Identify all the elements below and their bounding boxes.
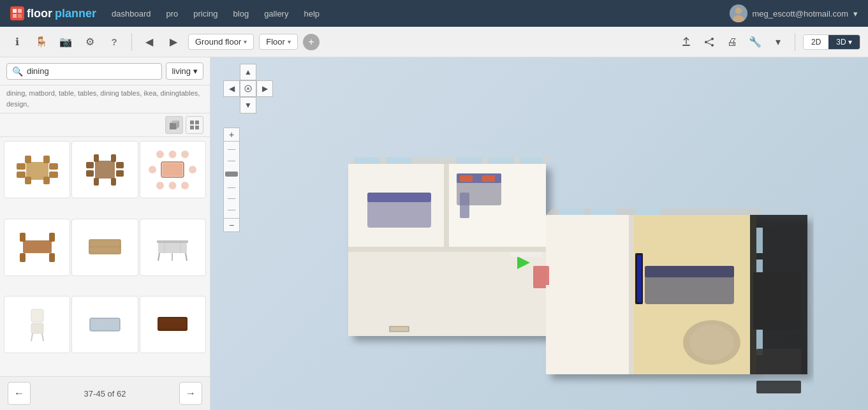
print-button[interactable]: 🖨: [723, 33, 741, 51]
furniture-img-9: [147, 302, 198, 347]
nav-help[interactable]: help: [304, 9, 320, 18]
prev-page-button[interactable]: ←: [8, 382, 31, 405]
view-3d-toggle[interactable]: [165, 116, 183, 134]
pan-left-button[interactable]: ◀: [223, 80, 240, 97]
svg-line-67: [42, 333, 43, 341]
chair-button[interactable]: 🪑: [32, 33, 51, 52]
help-button[interactable]: ?: [105, 33, 124, 52]
nav-back-button[interactable]: ◀: [140, 33, 159, 52]
nav-pro[interactable]: pro: [166, 9, 178, 18]
svg-rect-18: [190, 126, 194, 129]
view-label: Floor: [266, 37, 285, 47]
category-dropdown[interactable]: living ▾: [166, 62, 203, 80]
3d-chevron-icon: ▾: [848, 38, 852, 47]
svg-rect-122: [511, 252, 543, 257]
svg-point-5: [735, 8, 742, 14]
pan-controls: ▲ ◀ ▶ ▼: [223, 64, 273, 113]
svg-point-44: [156, 182, 164, 189]
svg-point-115: [689, 325, 734, 360]
tags-text: dining, matbord, table, tables, dining t…: [6, 89, 200, 108]
user-email: meg_escott@hotmail.com: [753, 9, 848, 18]
svg-rect-80: [348, 247, 546, 252]
view-selector[interactable]: Floor ▾: [259, 34, 298, 50]
svg-rect-96: [591, 209, 616, 215]
sidebar-pagination: ← 37-45 of 62 →: [0, 376, 210, 410]
furniture-item-1[interactable]: [4, 141, 70, 198]
view-3d-button[interactable]: 3D ▾: [828, 35, 860, 49]
svg-line-12: [707, 43, 711, 45]
camera-icon: 📷: [59, 36, 72, 48]
user-menu[interactable]: meg_escott@hotmail.com ▾: [730, 4, 858, 22]
svg-rect-118: [756, 349, 801, 374]
svg-rect-40: [163, 163, 182, 176]
add-floor-button[interactable]: +: [303, 34, 320, 50]
nav-pricing[interactable]: pricing: [193, 9, 217, 18]
pan-up-button[interactable]: ▲: [240, 64, 256, 80]
help-icon: ?: [111, 36, 117, 47]
furniture-item-5[interactable]: [71, 219, 138, 276]
view-2d-button[interactable]: 2D: [804, 35, 828, 49]
svg-rect-19: [195, 126, 199, 129]
furniture-img-8: [79, 302, 130, 347]
svg-point-10: [711, 44, 714, 47]
search-row: 🔍 living ▾: [0, 57, 210, 85]
settings-icon: ⚙: [85, 36, 94, 48]
furniture-img-4: [11, 225, 63, 270]
info-icon: ℹ: [15, 36, 19, 48]
furniture-item-6[interactable]: [140, 219, 206, 276]
pagination-info: 37-45 of 62: [84, 389, 126, 399]
svg-rect-30: [94, 154, 99, 162]
more-options-button[interactable]: ▾: [769, 33, 787, 51]
furniture-item-4[interactable]: [4, 219, 70, 276]
svg-rect-22: [43, 156, 50, 163]
furniture-item-2[interactable]: [71, 141, 138, 198]
floor-selector[interactable]: Ground floor ▾: [188, 34, 254, 50]
pan-down-button[interactable]: ▼: [240, 97, 256, 113]
furniture-item-7[interactable]: [4, 296, 70, 353]
camera-button[interactable]: 📷: [56, 33, 75, 52]
chair-icon: 🪑: [35, 36, 48, 48]
zoom-out-button[interactable]: −: [223, 218, 240, 232]
zoom-tick-4: [228, 198, 235, 199]
nav-dashboard[interactable]: dashboard: [112, 9, 151, 18]
logo[interactable]: floorplanner: [10, 6, 96, 20]
furniture-item-3[interactable]: [140, 141, 206, 198]
nav-gallery[interactable]: gallery: [264, 9, 288, 18]
zoom-in-button[interactable]: +: [223, 128, 240, 142]
svg-point-46: [181, 182, 189, 189]
share-button[interactable]: [700, 33, 718, 51]
svg-rect-49: [23, 240, 52, 253]
wrench-button[interactable]: 🔧: [746, 33, 764, 51]
svg-rect-26: [49, 163, 58, 170]
svg-point-43: [181, 150, 189, 158]
zoom-tick-3: [228, 187, 235, 188]
next-page-button[interactable]: →: [179, 382, 202, 405]
pan-center[interactable]: [240, 80, 256, 97]
svg-rect-23: [25, 177, 31, 184]
search-box[interactable]: 🔍: [6, 63, 162, 80]
svg-rect-94: [520, 157, 543, 164]
svg-rect-104: [460, 175, 473, 182]
export-button[interactable]: [677, 33, 695, 51]
user-dropdown-icon: ▾: [853, 9, 858, 18]
svg-rect-34: [86, 162, 94, 168]
svg-rect-117: [753, 272, 801, 330]
settings-button[interactable]: ⚙: [80, 33, 99, 52]
nav-blog[interactable]: blog: [233, 9, 249, 18]
furniture-img-1: [11, 147, 63, 192]
prev-icon: ←: [14, 388, 24, 399]
next-icon: →: [186, 388, 196, 399]
zoom-handle[interactable]: [225, 172, 238, 177]
svg-rect-98: [756, 228, 763, 253]
search-input[interactable]: [27, 66, 156, 76]
map-area[interactable]: ▲ ◀ ▶ ▼ +: [210, 57, 868, 410]
svg-rect-93: [489, 157, 514, 164]
furniture-item-8[interactable]: [71, 296, 138, 353]
info-button[interactable]: ℹ: [8, 33, 27, 52]
user-avatar: [730, 4, 747, 22]
view-grid-toggle[interactable]: [186, 116, 203, 134]
pan-right-button[interactable]: ▶: [256, 80, 273, 97]
furniture-item-9[interactable]: [140, 296, 206, 353]
svg-rect-73: [159, 318, 186, 330]
nav-forward-button[interactable]: ▶: [164, 33, 183, 52]
